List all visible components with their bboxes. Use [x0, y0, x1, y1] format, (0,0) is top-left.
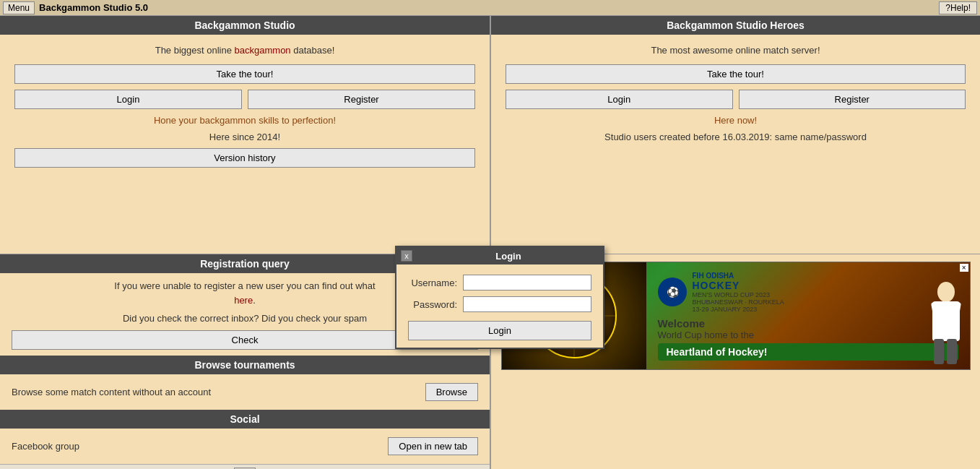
bs-subtitle: The biggest online backgammon database!	[155, 45, 335, 56]
bs-panel-body: The biggest online backgammon database! …	[0, 35, 490, 175]
ad-hockey: HOCKEY	[693, 280, 784, 291]
heroes-panel: Backgammon Studio Heroes The most awesom…	[491, 16, 980, 254]
social-header: Social	[0, 410, 490, 429]
bs-panel-header: Backgammon Studio	[0, 16, 490, 35]
help-button[interactable]: ?Help!	[939, 1, 977, 14]
social-body: Facebook group Open in new tab	[0, 429, 490, 464]
bs-subtitle-prefix: The biggest online	[155, 45, 235, 56]
ad-tagline2: Heartland of Hockey!	[667, 346, 768, 358]
bs-hone-prefix: Hone your	[154, 115, 200, 126]
bs-hone-text: Hone your backgammon skills to perfectio…	[154, 115, 336, 126]
browse-text: Browse some match content without an acc…	[12, 387, 420, 397]
heroes-here-now: Here now!	[714, 115, 757, 126]
left-side: Backgammon Studio The biggest online bac…	[0, 16, 491, 469]
browse-header: Browse tournaments	[0, 356, 490, 374]
ad-brand-text: FIH ODISHA HOCKEY MEN'S WORLD CUP 2023 B…	[693, 272, 784, 313]
ad-fih: FIH ODISHA	[693, 272, 784, 280]
top-bar: Menu Backgammon Studio 5.0 ?Help!	[0, 0, 980, 16]
app-title: Backgammon Studio 5.0	[39, 2, 939, 13]
facebook-label: Facebook group	[12, 441, 382, 452]
username-input[interactable]	[463, 275, 591, 291]
bs-since-text: Here since 2014!	[209, 132, 280, 142]
heroes-tour-button[interactable]: Take the tour!	[506, 64, 966, 84]
heroes-body: The most awesome online match server! Ta…	[491, 35, 980, 150]
ad-location: BHUBANESWAR · ROURKELA	[693, 298, 784, 306]
bs-subtitle-highlight: backgammon	[235, 45, 291, 56]
password-label: Password:	[408, 299, 457, 310]
bs-register-button[interactable]: Register	[248, 90, 475, 109]
heroes-header: Backgammon Studio Heroes	[491, 16, 980, 35]
ad-person	[927, 281, 966, 369]
bs-hone-highlight: backgammon skills	[199, 115, 279, 126]
heroes-subtitle: The most awesome online match server!	[651, 45, 820, 56]
dialog-title: Login	[418, 251, 599, 262]
svg-rect-12	[947, 339, 957, 364]
ad-welcome: Welcome	[658, 317, 958, 330]
reg-text-link[interactable]: here	[234, 295, 253, 306]
heroes-login-button[interactable]: Login	[506, 90, 733, 109]
bs-subtitle-suffix: database!	[291, 45, 335, 56]
dialog-close-button[interactable]: x	[401, 250, 412, 262]
menu-button[interactable]: Menu	[3, 1, 35, 14]
main-content: Backgammon Studio The biggest online bac…	[0, 16, 980, 469]
login-dialog[interactable]: x Login Username: Password: Login	[395, 246, 604, 349]
ad-tagline1: World Cup home to the	[658, 330, 958, 340]
bs-panel: Backgammon Studio The biggest online bac…	[0, 16, 490, 254]
open-in-new-tab-button[interactable]: Open in new tab	[388, 437, 478, 455]
browse-row: Browse some match content without an acc…	[12, 380, 478, 404]
ad-logo-icon: ⚽	[658, 277, 687, 306]
svg-text:⚽: ⚽	[666, 286, 679, 298]
dialog-body: Username: Password: Login	[396, 264, 603, 348]
scroll-area: ▲	[0, 464, 490, 470]
facebook-row: Facebook group Open in new tab	[12, 434, 478, 458]
ad-content: ⚽ FIH ODISHA HOCKEY MEN'S WORLD CUP 2023…	[646, 264, 970, 368]
bs-version-button[interactable]: Version history	[14, 148, 475, 168]
ad-event-subtitle: MEN'S WORLD CUP 2023	[693, 291, 784, 298]
login-submit-button[interactable]: Login	[408, 321, 591, 340]
dialog-titlebar: x Login	[396, 247, 603, 264]
bs-hone-suffix: to perfection!	[279, 115, 336, 126]
ad-logo-row: ⚽ FIH ODISHA HOCKEY MEN'S WORLD CUP 2023…	[658, 272, 958, 313]
password-input[interactable]	[463, 296, 591, 312]
ad-close[interactable]: ×	[960, 264, 968, 272]
username-row: Username:	[408, 275, 591, 291]
heroes-register-button[interactable]: Register	[739, 90, 966, 109]
password-row: Password:	[408, 296, 591, 312]
ad-dates: 13-29 JANUARY 2023	[693, 306, 784, 313]
top-panels-row: Backgammon Studio The biggest online bac…	[0, 16, 490, 254]
ad-tagline-box: Heartland of Hockey!	[658, 343, 958, 361]
registration-text2: Did you check the correct inbox? Did you…	[123, 311, 367, 326]
right-side: Backgammon Studio Heroes The most awesom…	[491, 16, 980, 469]
bs-tour-button[interactable]: Take the tour!	[14, 64, 475, 84]
browse-body: Browse some match content without an acc…	[0, 374, 490, 410]
reg-text-line1: If you were unable to register a new use…	[114, 280, 375, 291]
registration-text: If you were unable to register a new use…	[114, 279, 375, 307]
username-label: Username:	[408, 277, 457, 288]
heroes-auth-buttons: Login Register	[506, 90, 966, 109]
bs-auth-buttons: Login Register	[14, 90, 475, 109]
heroes-studio-users: Studio users created before 16.03.2019: …	[604, 132, 867, 142]
browse-button[interactable]: Browse	[425, 383, 478, 401]
bs-login-button[interactable]: Login	[14, 90, 242, 109]
svg-rect-11	[934, 339, 944, 364]
svg-point-7	[937, 282, 955, 302]
